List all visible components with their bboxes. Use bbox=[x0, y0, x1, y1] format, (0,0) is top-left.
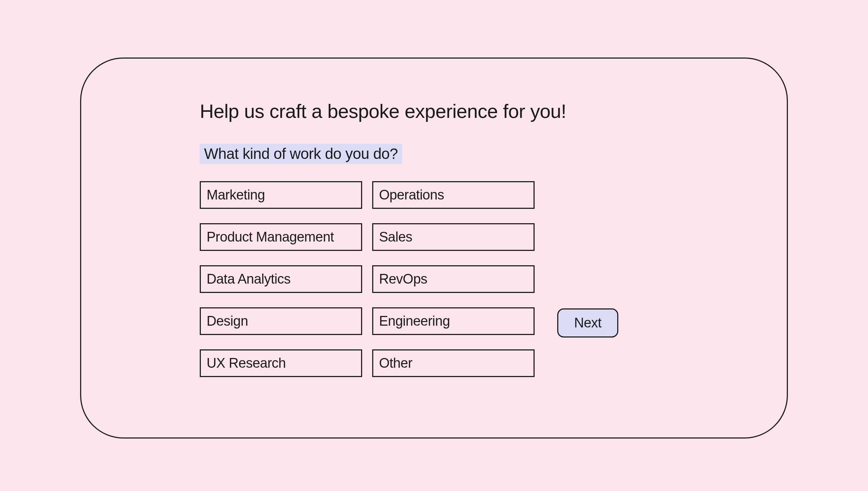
options-container: Marketing Product Management Data Analyt… bbox=[200, 181, 668, 377]
options-column-2: Operations Sales RevOps Engineering Othe… bbox=[372, 181, 535, 377]
option-other[interactable]: Other bbox=[372, 349, 535, 377]
option-product-management[interactable]: Product Management bbox=[200, 223, 362, 251]
option-engineering[interactable]: Engineering bbox=[372, 307, 535, 335]
option-data-analytics[interactable]: Data Analytics bbox=[200, 265, 362, 293]
onboarding-card: Help us craft a bespoke experience for y… bbox=[80, 58, 788, 439]
next-button[interactable]: Next bbox=[557, 308, 618, 338]
question-label: What kind of work do you do? bbox=[200, 144, 402, 164]
option-marketing[interactable]: Marketing bbox=[200, 181, 362, 209]
option-ux-research[interactable]: UX Research bbox=[200, 349, 362, 377]
option-design[interactable]: Design bbox=[200, 307, 362, 335]
option-sales[interactable]: Sales bbox=[372, 223, 535, 251]
option-revops[interactable]: RevOps bbox=[372, 265, 535, 293]
page-heading: Help us craft a bespoke experience for y… bbox=[200, 100, 668, 122]
option-operations[interactable]: Operations bbox=[372, 181, 535, 209]
options-column-1: Marketing Product Management Data Analyt… bbox=[200, 181, 362, 377]
